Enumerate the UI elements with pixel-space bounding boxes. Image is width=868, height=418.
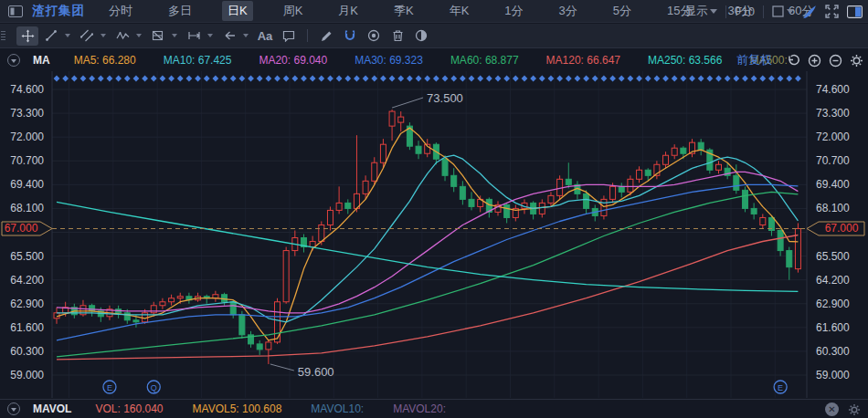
chart-canvas[interactable]: 67.00067.00073.50059.600EQE: [0, 0, 868, 418]
vol-indicator-mavol10[interactable]: MAVOL10:: [311, 402, 364, 415]
vol-indicator-mavol20[interactable]: MAVOL20:: [393, 402, 446, 415]
vol-indicator-mavol5[interactable]: MAVOL5: 100.608: [193, 402, 282, 415]
gear-icon[interactable]: [848, 403, 861, 416]
y-axis-label: 70.700: [816, 154, 858, 167]
y-axis-label: 74.600: [816, 83, 858, 96]
price-tag-left-value: 67.000: [5, 222, 38, 235]
y-axis-label: 65.500: [2, 250, 44, 263]
y-axis-label: 60.300: [816, 345, 858, 358]
y-axis-label: 65.500: [816, 250, 858, 263]
y-axis-label: 61.600: [816, 321, 858, 334]
event-diamond-row: [54, 76, 801, 82]
y-axis-label: 61.600: [2, 321, 44, 334]
y-axis-label: 68.100: [2, 202, 44, 214]
y-axis-label: 68.100: [816, 202, 858, 214]
y-axis-label: 62.900: [2, 298, 44, 310]
candles: [54, 110, 800, 364]
volume-indicator-row: MAVOL VOL: 160.040MAVOL5: 100.608MAVOL10…: [0, 399, 868, 418]
y-axis-label: 60.300: [2, 345, 44, 358]
candlestick-chart[interactable]: 67.00067.00073.50059.600EQE 74.60074.600…: [0, 71, 868, 399]
vol-indicator-vol[interactable]: VOL: 160.040: [95, 402, 163, 415]
y-axis-label: 59.000: [2, 369, 44, 381]
high-annotation-label: 73.500: [427, 91, 463, 105]
y-axis-label: 64.200: [2, 274, 44, 287]
stock-chart-window: 渣打集团 分时多日日K周K月K季K年K1分3分5分15分30分60分 显示 F1…: [0, 0, 868, 418]
svg-text:E: E: [778, 383, 783, 392]
y-axis-label: 72.000: [816, 131, 858, 143]
y-axis-label: 64.200: [816, 274, 858, 287]
low-annotation-label: 59.600: [298, 365, 334, 379]
event-marker-e[interactable]: E: [774, 381, 787, 393]
y-axis-label: 59.000: [816, 369, 858, 381]
y-axis-label: 69.400: [816, 178, 858, 191]
y-axis-label: 69.400: [2, 178, 44, 191]
y-axis-label: 73.300: [2, 107, 44, 120]
y-axis-label: 73.300: [816, 107, 858, 120]
y-axis-label: 72.000: [2, 131, 44, 143]
close-pane-icon[interactable]: ✕: [825, 402, 839, 416]
y-axis-label: 62.900: [816, 298, 858, 310]
y-axis-label: 74.600: [2, 83, 44, 96]
collapse-volume-icon[interactable]: [7, 402, 20, 415]
event-marker-e[interactable]: E: [103, 381, 116, 393]
low-annotation-line: [270, 364, 294, 371]
mavol-group-label: MAVOL: [33, 402, 71, 415]
high-annotation-line: [392, 98, 423, 108]
price-tag-right-value: 67.000: [825, 222, 859, 235]
svg-text:E: E: [107, 383, 112, 392]
event-marker-q[interactable]: Q: [147, 381, 160, 393]
y-axis-label: 70.700: [2, 154, 44, 167]
svg-text:Q: Q: [151, 383, 157, 392]
